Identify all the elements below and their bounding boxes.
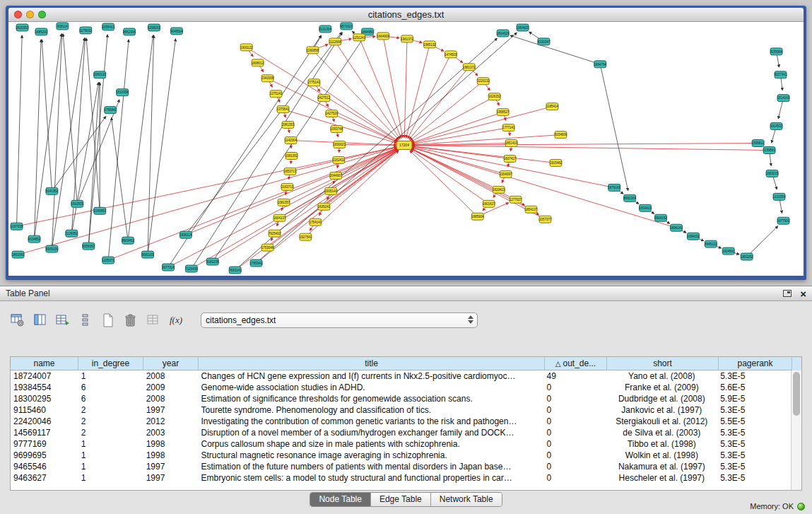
graph-node[interactable]: 1851410 [505,140,518,147]
graph-edge[interactable] [34,40,41,239]
graph-node[interactable]: 1915462 [550,159,563,166]
graph-edge[interactable] [412,135,560,145]
graph-edge[interactable] [192,149,398,269]
graph-node[interactable]: 2427512 [318,95,331,102]
graph-edge[interactable] [86,38,100,211]
graph-node[interactable]: 1626152 [488,93,501,100]
graph-node[interactable]: 7125430 [185,265,198,272]
graph-node[interactable]: 2775141 [308,79,321,86]
graph-edge[interactable] [213,38,363,262]
table-row[interactable]: 1830029562008Estimation of significance … [11,393,791,404]
table-row[interactable]: 1456911722003Disruption of a novel membe… [11,427,791,438]
graph-node[interactable]: 1604137 [273,214,286,221]
graph-edge[interactable] [77,100,119,204]
graph-edge[interactable] [411,150,489,204]
graph-node[interactable]: 1853713 [284,168,297,175]
citation-graph[interactable]: 2620353168520293811411790322055413856230… [8,22,804,276]
graph-node[interactable]: 1251243 [353,34,365,41]
graph-node[interactable]: 2160653 [94,207,107,214]
graph-edge[interactable] [257,33,517,263]
graph-node[interactable]: 1185414 [546,103,559,110]
graph-edge[interactable] [148,39,175,255]
graph-node[interactable]: 2342008 [261,75,274,82]
graph-node[interactable]: 2814029 [497,30,510,37]
graph-node[interactable]: 1179032 [80,27,93,34]
graph-node[interactable]: 9227341 [775,71,787,78]
graph-edge[interactable] [600,64,628,191]
graph-node[interactable]: 1766842 [104,107,117,114]
graph-node[interactable]: 1601627 [483,200,495,207]
table-settings-icon[interactable] [10,313,25,328]
graph-node[interactable]: 3904152 [654,214,667,221]
column-display-icon[interactable] [33,313,48,328]
column-header-short[interactable]: short [607,357,719,370]
graph-node[interactable]: 2260858 [307,47,319,54]
graph-node[interactable]: 1603413 [639,204,652,211]
table-row[interactable]: 911546021997Tourette syndrome. Phenomeno… [11,404,791,416]
graph-node[interactable]: 1808012 [252,59,264,66]
column-header-title[interactable]: title [199,357,545,370]
graph-node[interactable]: 8945122 [705,240,717,247]
graph-edge[interactable] [359,37,401,138]
graph-edge[interactable] [412,107,553,144]
graph-node[interactable]: 1081352 [286,152,298,159]
graph-node[interactable]: 1694794 [594,61,607,68]
graph-node[interactable]: 2129352 [66,230,78,237]
graph-node[interactable]: 2204097 [500,170,512,177]
graph-node[interactable]: 1927541 [300,233,312,240]
graph-node[interactable]: 2063130 [94,71,107,78]
graph-node[interactable]: 1851050 [12,251,25,258]
graph-node[interactable]: 1664909 [377,33,389,40]
graph-node[interactable]: 9046514 [170,28,183,35]
import-table-icon[interactable] [146,313,161,328]
graph-node[interactable]: 9155904 [770,48,783,55]
graph-node[interactable]: 7633141 [229,267,242,274]
graph-node[interactable]: 9104852 [28,235,41,243]
graph-node[interactable]: 1981372 [463,64,476,71]
vertical-scrollbar[interactable] [791,370,801,490]
graph-node[interactable]: 8562306 [123,28,136,35]
graph-node[interactable]: 1754141 [310,218,322,226]
graph-node[interactable]: 1122608 [329,38,342,45]
graph-edge[interactable] [404,39,407,138]
graph-node[interactable]: 2202411 [333,156,346,163]
graph-edge[interactable] [510,35,600,64]
function-builder-icon[interactable]: f(x) [168,313,184,328]
graph-node[interactable]: 8130347 [538,38,551,45]
graph-node[interactable]: 9154609 [555,132,567,139]
table-row[interactable]: 2242004622012Investigating the contribut… [11,416,791,427]
table-row[interactable]: 977716911998Corpus callosum shape and si… [11,438,791,450]
row-options-icon[interactable] [78,313,93,328]
graph-node[interactable]: 9377314 [162,264,175,271]
graph-node[interactable]: 8141352 [46,187,59,194]
graph-node[interactable]: 17204 [396,141,412,150]
graph-node[interactable]: 2081353 [282,122,295,129]
graph-edge[interactable] [63,34,77,204]
graph-node[interactable]: 1514143 [777,95,790,102]
graph-edge[interactable] [128,35,153,240]
table-row[interactable]: 946554611997Estimation of the future num… [11,461,791,472]
new-table-icon[interactable] [100,313,116,328]
graph-node[interactable]: 1081357 [278,199,290,206]
graph-node[interactable]: 1954603 [517,24,529,31]
graph-node[interactable]: 1830021 [334,141,346,148]
graph-node[interactable]: 1607427 [504,155,517,162]
table-row[interactable]: 969969511998Structural magnetic resonanc… [11,450,791,461]
traffic-light[interactable] [14,11,22,18]
graph-edge[interactable] [108,40,129,260]
graph-node[interactable]: 9356053 [83,243,95,250]
graph-edge[interactable] [148,35,154,255]
graph-node[interactable]: 2163713 [281,183,294,190]
graph-node[interactable]: 1935141 [325,187,338,194]
graph-node[interactable]: 1057377 [539,216,552,223]
graph-node[interactable]: 1958527 [497,109,510,116]
graph-node[interactable]: 938114 [57,23,69,30]
graph-edge[interactable] [409,67,469,139]
graph-node[interactable]: 3081103 [141,251,154,258]
graph-edge[interactable] [42,40,52,191]
table-selector-combo[interactable]: citations_edges.txt [201,313,478,328]
graph-edge[interactable] [412,146,770,151]
window-titlebar[interactable]: citations_edges.txt [8,8,804,22]
graph-edge[interactable] [192,33,342,269]
graph-node[interactable]: 1677502 [777,217,790,224]
